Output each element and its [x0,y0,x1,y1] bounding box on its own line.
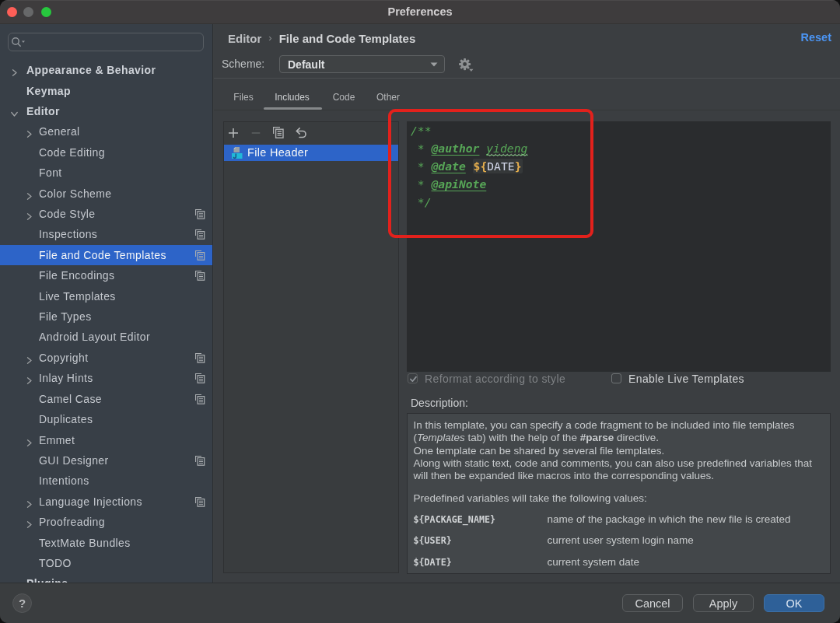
sidebar-item-label: Language Injections [39,495,142,508]
sidebar-item-label: Code Style [39,208,95,220]
sidebar-item-code-style[interactable]: Code Style [0,204,213,224]
reset-link[interactable]: Reset [801,31,832,44]
settings-tree: Appearance & BehaviorKeymapEditorGeneral… [0,60,213,583]
list-toolbar [224,122,398,144]
sidebar-item-live-templates[interactable]: Live Templates [0,285,213,306]
sidebar-item-label: Duplicates [39,413,93,425]
chevron-right-icon[interactable] [26,128,33,135]
shared-settings-icon [195,229,205,240]
apply-button[interactable]: Apply [693,594,754,612]
sidebar-item-label: Inspections [39,228,97,240]
breadcrumb-current: File and Code Templates [279,32,416,45]
sidebar-item-label: Editor [26,105,60,117]
options-row: Reformat according to style Enable Live … [214,373,840,384]
sidebar-item-copyright[interactable]: Copyright [0,348,213,368]
check-icon [408,374,418,384]
sidebar-item-label: GUI Designer [39,454,109,467]
sidebar-item-proofreading[interactable]: Proofreading [0,512,213,532]
tab-other[interactable]: Other [369,88,407,110]
sidebar-item-textmate-bundles[interactable]: TextMate Bundles [0,532,213,552]
tab-strip: FilesIncludesCodeOther [214,88,840,110]
variable-name: ${USER} [414,535,452,546]
sidebar-item-label: Font [39,166,62,179]
sidebar-item-code-editing[interactable]: Code Editing [0,142,213,163]
sidebar-item-appearance-behavior[interactable]: Appearance & Behavior [0,60,213,80]
chevron-down-icon[interactable] [11,107,19,115]
template-list-item-file-header[interactable]: File Header [224,145,398,161]
sidebar-item-keymap[interactable]: Keymap [0,80,213,100]
titlebar[interactable]: Preferences [0,0,840,24]
reformat-checkbox[interactable] [408,373,418,383]
chevron-right-icon[interactable] [26,210,33,218]
sidebar-item-editor[interactable]: Editor [0,101,213,121]
chevron-right-icon[interactable] [26,436,33,444]
chevron-right-icon[interactable] [26,190,33,198]
help-question-icon: ? [19,597,26,610]
sidebar-item-label: File Encodings [39,269,114,282]
chevron-right-icon[interactable] [11,66,19,74]
content-pane: Editor › File and Code Templates Reset S… [214,24,840,583]
breadcrumb-editor[interactable]: Editor [228,32,261,45]
remove-button[interactable] [244,124,267,142]
sidebar-item-file-types[interactable]: File Types [0,306,213,327]
variable-row: ${DATE}current system date [414,556,823,568]
undo-icon [295,128,306,138]
variable-name: ${DATE} [414,557,452,568]
sidebar-item-label: Camel Case [39,393,102,405]
sidebar-item-language-injections[interactable]: Language Injections [0,492,213,512]
tab-code[interactable]: Code [325,88,362,110]
sidebar-item-emmet[interactable]: Emmet [0,429,213,450]
chevron-right-icon[interactable] [26,374,33,382]
variable-description: current user system login name [548,534,694,546]
sidebar-item-file-encodings[interactable]: File Encodings [0,265,213,285]
help-button[interactable]: ? [12,593,32,613]
chevron-right-icon[interactable] [26,498,33,506]
chevron-right-icon[interactable] [26,518,33,526]
ok-button[interactable]: OK [764,594,824,612]
scheme-gear-button[interactable] [458,58,474,72]
scheme-label: Scheme: [222,58,264,70]
breadcrumb: Editor › File and Code Templates [228,32,415,45]
sidebar-item-gui-designer[interactable]: GUI Designer [0,450,213,471]
sidebar-item-file-and-code-templates[interactable]: File and Code Templates [0,245,213,265]
variables-intro: Predefined variables will take the follo… [414,492,820,505]
sidebar-item-color-scheme[interactable]: Color Scheme [0,183,213,203]
shared-settings-icon [195,497,205,507]
description-paragraph: One template can be shared by several fi… [414,445,820,457]
minus-icon [251,128,261,138]
header-divider [214,78,840,79]
add-button[interactable] [222,124,244,142]
live-templates-checkbox[interactable] [611,373,621,383]
rollback-button[interactable] [289,124,312,142]
sidebar-item-plugins[interactable]: Plugins [0,573,213,583]
sidebar-item-duplicates[interactable]: Duplicates [0,409,213,429]
search-icon [11,37,26,47]
shared-settings-icon [195,250,205,261]
sidebar-item-general[interactable]: General [0,121,213,142]
tab-includes[interactable]: Includes [268,88,316,110]
search-input[interactable] [8,33,204,51]
sidebar-item-intentions[interactable]: Intentions [0,471,213,491]
copy-template-button[interactable] [267,124,289,142]
sidebar-item-font[interactable]: Font [0,163,213,183]
shared-settings-icon [195,394,205,404]
sidebar-item-inspections[interactable]: Inspections [0,224,213,244]
sidebar-item-camel-case[interactable]: Camel Case [0,389,213,409]
settings-sidebar: Appearance & BehaviorKeymapEditorGeneral… [0,24,213,583]
cancel-button[interactable]: Cancel [622,594,683,612]
tab-files[interactable]: Files [225,88,262,110]
sidebar-item-todo[interactable]: TODO [0,553,213,573]
scheme-select[interactable]: Default [279,55,445,73]
chevron-right-icon[interactable] [26,354,33,362]
variable-description: name of the package in which the new fil… [548,513,791,525]
sidebar-item-inlay-hints[interactable]: Inlay Hints [0,368,213,388]
red-annotation-rectangle [388,109,594,238]
bottom-bar: ? Cancel Apply OK [0,583,840,623]
sidebar-item-label: Keymap [26,85,71,97]
sidebar-item-label: File and Code Templates [39,249,166,261]
sidebar-item-label: TODO [39,557,72,569]
shared-settings-icon [195,373,205,383]
live-templates-checkbox-label: Enable Live Templates [628,373,744,385]
description-paragraph: In this template, you can specify a code… [414,419,820,445]
sidebar-item-android-layout-editor[interactable]: Android Layout Editor [0,327,213,347]
